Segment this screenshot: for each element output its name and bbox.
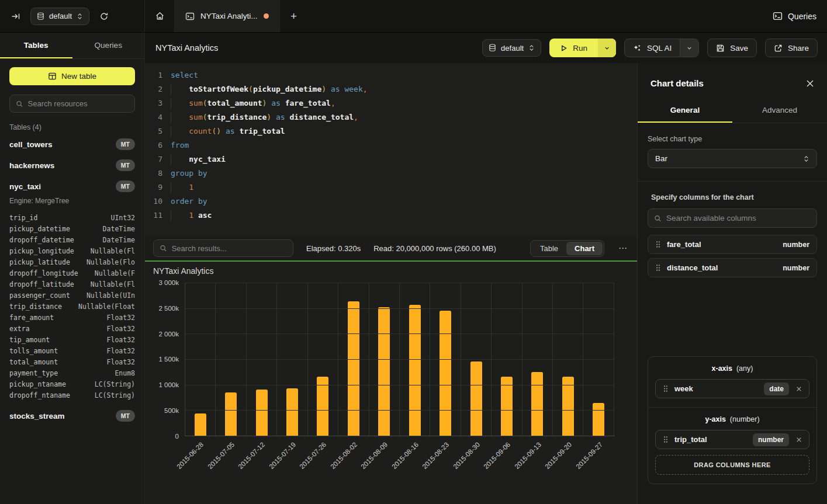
sidebar-tab-tables[interactable]: Tables (0, 33, 72, 58)
columns-search-input[interactable] (666, 214, 811, 223)
chart-bar[interactable] (531, 372, 543, 436)
remove-y-axis-column-button[interactable] (795, 437, 803, 443)
chart-bar[interactable] (440, 311, 451, 436)
queries-button[interactable]: Queries (773, 11, 816, 21)
x-axis-chip-week[interactable]: week date (655, 379, 809, 398)
database-selector[interactable]: default (30, 8, 89, 25)
column-row[interactable]: fare_amountFloat32 (0, 312, 144, 323)
query-database-selector[interactable]: default (482, 39, 541, 57)
new-tab-button[interactable]: + (280, 0, 308, 32)
sidebar-tab-queries[interactable]: Queries (72, 33, 145, 58)
chart-bar[interactable] (409, 305, 421, 436)
sql-ai-button[interactable]: SQL AI (625, 39, 680, 57)
chart-bar[interactable] (225, 392, 237, 436)
results-search-input[interactable] (172, 244, 287, 253)
tab-nytaxi-analytics[interactable]: NYTaxi Analyti... (174, 0, 280, 32)
remove-x-axis-column-button[interactable] (795, 386, 803, 392)
editor-line[interactable]: 1select (145, 68, 637, 82)
view-toggle-chart[interactable]: Chart (566, 242, 603, 255)
queries-icon (773, 11, 783, 21)
editor-line[interactable]: 5 count() as trip_total (145, 124, 637, 138)
x-axis-section: x-axis (any) week date (648, 357, 816, 407)
chart-bar[interactable] (256, 390, 268, 436)
editor-line[interactable]: 7 nyc_taxi (145, 152, 637, 166)
share-button[interactable]: Share (765, 39, 818, 57)
column-row[interactable]: pickup_datetimeDateTime (0, 223, 144, 234)
save-button-label: Save (730, 44, 748, 53)
chart-bar[interactable] (470, 362, 482, 436)
column-row[interactable]: pickup_ntanameLC(String) (0, 378, 144, 390)
more-options-button[interactable]: ⋯ (617, 243, 629, 253)
column-row[interactable]: passenger_countNullable(UIn (0, 290, 144, 301)
editor-line[interactable]: 3 sum(total_amount) as fare_total, (145, 96, 637, 110)
run-button[interactable]: Run (549, 39, 598, 57)
chart-type-value: Bar (655, 154, 667, 163)
editor-line[interactable]: 9 1 (145, 180, 637, 194)
editor-line[interactable]: 8group by (145, 166, 637, 180)
editor-line[interactable]: 2 toStartOfWeek(pickup_datetime) as week… (145, 82, 637, 96)
editor-line[interactable]: 11 1 asc (145, 208, 637, 223)
sidebar-search-input[interactable] (28, 99, 129, 108)
new-table-button[interactable]: New table (9, 67, 135, 85)
chart-bar[interactable] (378, 307, 390, 436)
chart-bar[interactable] (317, 377, 328, 436)
chart-bar[interactable] (593, 403, 604, 436)
chart-bar[interactable] (562, 377, 574, 436)
axes-configuration: x-axis (any) week date (648, 356, 817, 484)
column-row[interactable]: trip_idUInt32 (0, 212, 144, 223)
line-number: 5 (145, 124, 162, 138)
chart: 3 000k2 500k2 000k1 500k1 000k500k0 2015… (152, 283, 637, 495)
available-column-fare-total[interactable]: fare_total number (648, 235, 817, 254)
column-type: Nullable(F (95, 269, 135, 277)
sidebar-search[interactable] (9, 95, 135, 113)
editor-line[interactable]: 4 sum(trip_distance) as distance_total, (145, 110, 637, 124)
column-name: tolls_amount (9, 347, 58, 355)
table-row-hackernews[interactable]: hackernews MT (0, 155, 144, 176)
x-axis-heading: x-axis (any) (655, 364, 809, 373)
chart-bar[interactable] (195, 413, 206, 436)
column-row[interactable]: tolls_amountFloat32 (0, 345, 144, 356)
collapse-sidebar-button[interactable] (7, 8, 25, 25)
refresh-button[interactable] (95, 8, 113, 25)
close-panel-button[interactable] (806, 79, 814, 88)
column-row[interactable]: pickup_latitudeNullable(Flo (0, 256, 144, 267)
column-type: DateTime (103, 225, 135, 233)
column-row[interactable]: pickup_longitudeNullable(Fl (0, 245, 144, 256)
column-row[interactable]: dropoff_ntanameLC(String) (0, 390, 144, 401)
column-row[interactable]: dropoff_longitudeNullable(F (0, 267, 144, 279)
column-row[interactable]: tip_amountFloat32 (0, 334, 144, 345)
editor-line[interactable]: 6from (145, 138, 637, 152)
save-button[interactable]: Save (707, 39, 757, 57)
available-column-distance-total[interactable]: distance_total number (648, 258, 817, 277)
sql-editor[interactable]: 1select2 toStartOfWeek(pickup_datetime) … (145, 63, 637, 236)
columns-search[interactable] (648, 208, 817, 228)
table-row-stocks-stream[interactable]: stocks_stream MT (0, 405, 144, 426)
column-type: number (783, 264, 809, 272)
home-tab[interactable] (145, 0, 174, 32)
drop-zone[interactable]: DRAG COLUMNS HERE (655, 455, 809, 475)
column-row[interactable]: total_amountFloat32 (0, 356, 144, 367)
column-row[interactable]: payment_typeEnum8 (0, 367, 144, 378)
chart-bar[interactable] (501, 377, 513, 436)
column-row[interactable]: dropoff_latitudeNullable(Fl (0, 279, 144, 290)
run-options-button[interactable] (598, 39, 616, 57)
y-axis-chip-trip-total[interactable]: trip_total number (655, 430, 809, 449)
sql-ai-options-button[interactable] (680, 39, 698, 57)
editor-line[interactable]: 10order by (145, 194, 637, 208)
table-row-nyc-taxi[interactable]: nyc_taxi MT (0, 176, 144, 197)
query-actions: default Run SQL AI (482, 39, 818, 57)
column-row[interactable]: trip_distanceNullable(Float (0, 301, 144, 312)
column-row[interactable]: dropoff_datetimeDateTime (0, 234, 144, 245)
chart-bar[interactable] (348, 301, 359, 436)
tab-general[interactable]: General (638, 100, 732, 123)
results-search[interactable] (153, 239, 293, 257)
column-row[interactable]: extraFloat32 (0, 323, 144, 334)
chart-type-select[interactable]: Bar (648, 149, 817, 168)
tab-advanced[interactable]: Advanced (732, 100, 827, 123)
view-toggle: Table Chart (530, 240, 604, 257)
gridline (185, 333, 614, 334)
chart-bar[interactable] (286, 388, 298, 436)
table-row-cell-towers[interactable]: cell_towers MT (0, 134, 144, 155)
chart-details-header: Chart details (638, 63, 827, 100)
view-toggle-table[interactable]: Table (532, 242, 566, 255)
